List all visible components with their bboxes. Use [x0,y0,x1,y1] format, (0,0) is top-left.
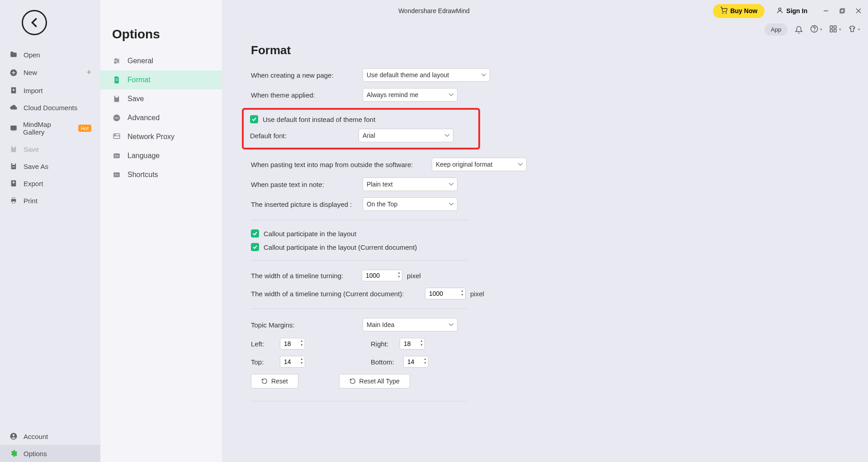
reset-label: Reset [271,378,288,385]
cloud-icon [9,103,18,112]
margin-left-label: Left: [251,340,274,348]
svg-point-28 [115,62,116,63]
folder-icon [9,51,18,59]
options-title: Options [100,27,222,51]
timeline-width-doc-label: The width of a timeline turning (Current… [251,290,420,298]
reset-all-button[interactable]: Reset All Type [339,374,410,388]
back-button[interactable] [22,10,47,35]
svg-rect-16 [12,146,15,148]
left-sidebar: Open New + Import Cloud Documents MindMa… [0,0,100,462]
sidebar-item-options[interactable]: Options [0,445,100,462]
divider [251,401,468,401]
format-heading: Format [251,43,868,57]
margin-right-label: Right: [371,340,393,348]
svg-text:Fn: Fn [115,173,118,177]
options-item-language[interactable]: EN Language [100,146,222,165]
callout-layout-checkbox[interactable] [251,229,259,238]
paste-map-select[interactable]: Keep original format [432,158,527,171]
svg-rect-17 [12,163,15,165]
options-item-label: Network Proxy [127,133,175,141]
svg-point-26 [115,59,117,60]
sidebar-item-label: Save [24,145,39,153]
margin-bottom-label: Bottom: [371,358,397,366]
document-icon [112,76,121,84]
new-page-label: When creating a new page: [251,71,363,79]
reset-all-label: Reset All Type [359,378,400,385]
options-item-general[interactable]: General [100,51,222,70]
network-icon [112,133,121,141]
callout-layout-doc-checkbox[interactable] [251,243,259,251]
plus-icon[interactable]: + [86,68,91,77]
svg-rect-20 [12,201,15,204]
default-font-select[interactable]: Arial [359,129,453,142]
picture-label: The inserted picture is displayed : [251,201,363,208]
timeline-width-doc-input[interactable] [425,288,466,299]
export-icon [9,179,18,187]
new-page-select[interactable]: Use default theme and layout [363,68,490,82]
spinner-icon[interactable]: ▲▼ [300,357,303,365]
divider [251,260,468,261]
sidebar-item-label: Options [24,450,47,457]
refresh-icon [261,378,268,384]
svg-point-31 [115,117,116,118]
sidebar-item-mindmap-gallery[interactable]: MindMap Gallery Hot [0,116,100,140]
sidebar-item-save-as[interactable]: Save As [0,158,100,175]
options-item-network-proxy[interactable]: Network Proxy [100,127,222,146]
sidebar-item-cloud-documents[interactable]: Cloud Documents [0,99,100,116]
svg-point-22 [13,434,15,437]
margin-top-label: Top: [251,358,274,366]
sidebar-item-export[interactable]: Export [0,175,100,192]
language-icon: EN [112,152,121,160]
svg-rect-19 [12,197,15,199]
default-font-checkbox[interactable] [250,115,258,123]
theme-applied-label: When theme applied: [251,91,363,99]
refresh-icon [349,378,356,384]
sidebar-item-print[interactable]: Print [0,192,100,209]
options-panel: Options General Format Save Advanced Net… [100,0,222,462]
account-icon [9,432,18,440]
sidebar-item-label: Open [24,51,40,59]
settings-icon [112,57,121,65]
spinner-icon[interactable]: ▲▼ [461,289,464,297]
save-icon [9,145,18,153]
topic-margins-select[interactable]: Main Idea [363,318,458,331]
options-item-label: General [127,57,153,65]
save-as-icon [9,162,18,170]
paste-note-label: When paste text in note: [251,181,363,188]
options-item-format[interactable]: Format [100,70,222,89]
picture-select[interactable]: On the Top [363,197,458,211]
sidebar-item-new[interactable]: New + [0,63,100,82]
callout-layout-label: Callout participate in the layout [264,230,356,238]
options-item-label: Advanced [127,114,160,122]
default-font-label: Default font: [250,132,359,140]
import-icon [9,86,18,94]
options-item-label: Shortcuts [127,171,158,179]
reset-button[interactable]: Reset [251,374,298,388]
sidebar-item-label: Print [24,197,38,205]
options-item-advanced[interactable]: Advanced [100,108,222,127]
timeline-width-label: The width of a timeline turning: [251,272,357,280]
theme-applied-select[interactable]: Always remind me [363,88,458,102]
sidebar-item-import[interactable]: Import [0,82,100,99]
spinner-icon[interactable]: ▲▼ [300,339,303,347]
svg-point-33 [118,117,118,118]
paste-note-select[interactable]: Plain text [363,177,458,191]
spinner-icon[interactable]: ▲▼ [420,339,423,347]
plus-circle-icon [9,69,18,77]
sidebar-item-account[interactable]: Account [0,428,100,445]
spinner-icon[interactable]: ▲▼ [397,271,401,279]
timeline-width-input[interactable] [362,270,402,281]
chat-icon [9,124,18,132]
sidebar-item-label: Account [24,433,48,440]
spinner-icon[interactable]: ▲▼ [424,357,427,365]
sidebar-item-open[interactable]: Open [0,46,100,63]
svg-rect-15 [10,126,17,131]
svg-rect-29 [115,96,118,98]
options-item-label: Language [127,152,160,160]
options-item-shortcuts[interactable]: Fn Shortcuts [100,165,222,184]
sidebar-item-save: Save [0,140,100,158]
callout-layout-doc-label: Callout participate in the layout (Curre… [264,243,417,251]
divider [251,308,468,309]
options-item-save[interactable]: Save [100,89,222,108]
hot-badge: Hot [78,125,91,132]
